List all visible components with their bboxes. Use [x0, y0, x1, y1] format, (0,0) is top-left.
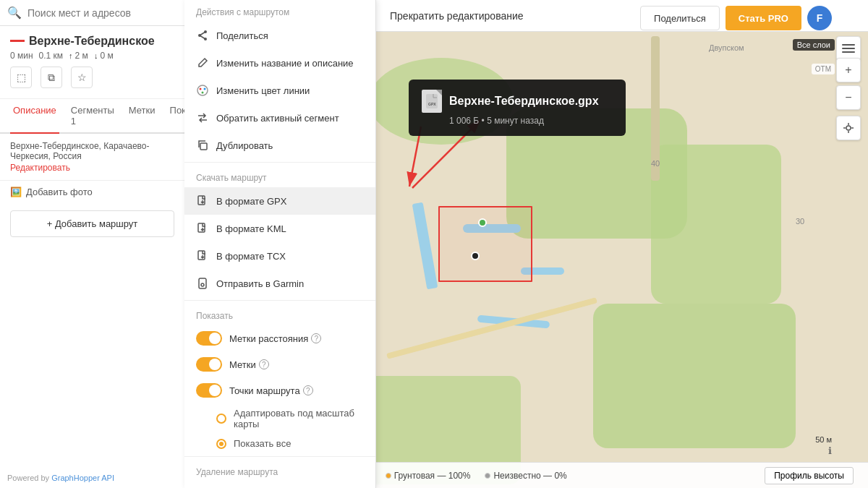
tab-description[interactable]: Описание [10, 99, 59, 134]
menu-item-rename[interactable]: Изменить название и описание [184, 49, 375, 77]
gpx-tooltip-title: GPX Верхне-Тебердинское.gpx [422, 90, 613, 113]
surface-unknown: Неизвестно — 0% [485, 471, 566, 481]
tabs: Описание Сегменты 1 Метки Покрытие Н [0, 99, 184, 134]
route-description: Верхне-Тебердинское, Карачаево-Черкесия,… [0, 134, 184, 181]
radio-show-all[interactable]: Показать все [184, 434, 375, 453]
svg-text:GPX: GPX [428, 102, 436, 106]
svg-rect-10 [198, 223, 205, 232]
svg-line-3 [200, 32, 205, 35]
search-input[interactable] [27, 7, 177, 19]
svg-rect-11 [198, 251, 205, 260]
help-icon-distance[interactable]: ? [311, 333, 321, 343]
route-name: Верхне-Тебердинское [10, 35, 174, 48]
share-icon [196, 29, 209, 42]
show-section-title: Показать [184, 304, 375, 325]
edit-link[interactable]: Редактировать [10, 163, 174, 173]
gpx-tooltip-meta: 1 006 Б • 5 минут назад [449, 116, 613, 126]
user-avatar[interactable]: F [807, 6, 832, 30]
delete-section: Удалить с карты Удалить из личного кабин… [184, 481, 375, 488]
info-icon: ℹ [828, 445, 832, 456]
svg-point-5 [200, 88, 202, 90]
toggle-distance-marks: Метки расстояния ? [184, 325, 375, 351]
copy-icon [196, 139, 209, 152]
route-action-btn-2[interactable]: ⧉ [41, 67, 62, 88]
profile-button[interactable]: Профиль высоты [765, 467, 854, 484]
garmin-icon [196, 277, 209, 290]
tab-segments[interactable]: Сегменты 1 [68, 99, 117, 134]
zoom-in-button[interactable]: + [836, 58, 861, 82]
gpx-tooltip: GPX Верхне-Тебердинское.gpx 1 006 Б • 5 … [409, 80, 626, 136]
menu-item-share[interactable]: Поделиться [184, 22, 375, 49]
menu-divider-3 [184, 456, 375, 457]
help-icon-marks[interactable]: ? [259, 359, 269, 369]
map-selection-box [438, 206, 532, 282]
stat-distance: 0.1 км [39, 51, 64, 61]
menu-divider-2 [184, 300, 375, 301]
toggle-switch-marks[interactable] [196, 357, 222, 372]
route-actions: ⬚ ⧉ ☆ [10, 67, 174, 88]
search-icon: 🔍 [7, 6, 22, 20]
menu-item-tcx[interactable]: В формате TCX [184, 242, 375, 270]
share-button[interactable]: Поделиться [640, 6, 720, 30]
route-action-btn-star[interactable]: ☆ [71, 67, 93, 88]
tab-marks[interactable]: Метки [126, 99, 158, 134]
svg-point-17 [846, 126, 851, 130]
download-kml-icon [196, 222, 209, 235]
zoom-out-button[interactable]: − [836, 85, 861, 110]
route-info: Верхне-Тебердинское 0 мин 0.1 км ↑ 2 м ↓… [0, 26, 184, 99]
route-stats: 0 мин 0.1 км ↑ 2 м ↓ 0 м [10, 51, 174, 61]
map-number-40: 40 [651, 159, 660, 168]
reverse-icon [196, 111, 209, 124]
dropdown-menu: Действия с маршрутом Поделиться Изменить… [184, 0, 376, 488]
map-controls: + − [836, 58, 861, 140]
photo-icon: 🖼️ [10, 187, 22, 197]
powered-by: Powered by GraphHopper API [7, 474, 114, 482]
menu-item-color[interactable]: Изменить цвет линии [184, 77, 375, 104]
download-tcx-icon [196, 249, 209, 262]
svg-rect-8 [200, 143, 207, 150]
menu-item-gpx[interactable]: В формате GPX [184, 187, 375, 215]
actions-section-title: Действия с маршрутом [184, 0, 375, 22]
radio-adapt-scale[interactable]: Адаптировать под масштаб карты [184, 403, 375, 434]
sidebar: 🔍 Верхне-Тебердинское 0 мин 0.1 км ↑ 2 м… [0, 0, 184, 488]
pro-button[interactable]: Стать PRO [726, 6, 801, 30]
svg-line-4 [200, 35, 205, 39]
layers-button[interactable] [836, 36, 861, 61]
radio-dot-show-all [216, 439, 226, 449]
toggle-waypoints: Точки маршрута ? [184, 377, 375, 403]
map-road-label: Двупском [709, 43, 744, 52]
menu-item-reverse[interactable]: Обратить активный сегмент [184, 104, 375, 132]
toggle-switch-waypoints[interactable] [196, 383, 222, 398]
toggle-switch-distance[interactable] [196, 331, 222, 346]
gpx-file-icon: GPX [422, 90, 442, 113]
add-photo[interactable]: 🖼️ Добавить фото [0, 181, 184, 203]
graphhopper-link[interactable]: GraphHopper API [51, 474, 114, 482]
stop-editing-button[interactable]: Прекратить редактирование [378, 4, 535, 27]
gps-button[interactable] [836, 116, 861, 140]
download-section-title: Скачать маршрут [184, 166, 375, 187]
surface-gravel: Грунтовая — 100% [386, 471, 471, 481]
edit-icon [196, 56, 209, 69]
stat-time: 0 мин [10, 51, 33, 61]
route-dot-green [478, 218, 487, 227]
stat-ascent: ↑ 2 м [69, 51, 88, 61]
menu-item-duplicate[interactable]: Дублировать [184, 132, 375, 159]
svg-rect-22 [426, 94, 438, 108]
svg-rect-9 [198, 196, 205, 205]
route-dot-black [471, 252, 480, 260]
add-route-button[interactable]: + Добавить маршрут [10, 210, 174, 237]
toggle-marks: Метки ? [184, 351, 375, 377]
menu-divider-1 [184, 162, 375, 163]
otm-label: ОТМ [812, 64, 835, 74]
delete-section-title: Удаление маршрута [184, 460, 375, 481]
top-right-buttons: Поделиться Стать PRO F [640, 6, 832, 30]
svg-point-6 [204, 88, 206, 90]
route-action-btn-1[interactable]: ⬚ [10, 67, 32, 88]
menu-item-garmin[interactable]: Отправить в Garmin [184, 270, 375, 297]
download-gpx-icon [196, 194, 209, 207]
scale-bar: 50 м ℹ [815, 435, 832, 456]
stat-descent: ↓ 0 м [94, 51, 114, 61]
palette-icon [196, 84, 209, 97]
help-icon-waypoints[interactable]: ? [303, 385, 313, 395]
menu-item-kml[interactable]: В формате KML [184, 215, 375, 242]
